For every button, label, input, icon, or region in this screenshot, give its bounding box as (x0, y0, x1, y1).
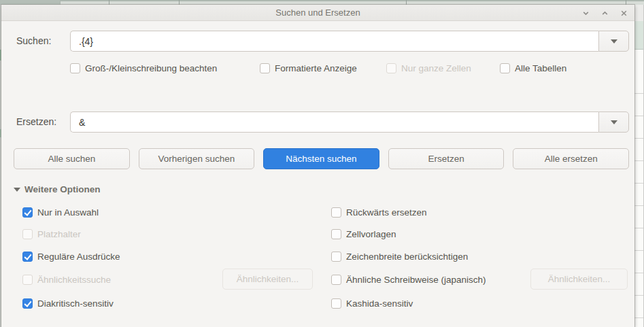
checkbox-box[interactable] (331, 298, 341, 309)
checkbox-similarity-search: Ähnlichkeitssuche (22, 274, 111, 285)
search-input[interactable] (70, 31, 598, 52)
checkbox-box[interactable] (331, 252, 341, 262)
background-row-grid (634, 71, 643, 327)
checkbox-case-sensitive[interactable]: Groß-/Kleinschreibung beachten (70, 63, 217, 73)
expander-label: Weitere Optionen (24, 184, 101, 194)
expander-triangle-icon (14, 188, 20, 192)
checkbox-box[interactable] (22, 298, 33, 309)
dialog-title: Suchen und Ersetzen (1, 7, 634, 18)
checkbox-label: Platzhalter (37, 229, 81, 239)
checkbox-box[interactable] (500, 63, 510, 73)
checkbox-box[interactable] (260, 63, 270, 73)
checkbox-box (22, 229, 33, 239)
window-controls (581, 5, 628, 21)
checkbox-label: Diakritisch-sensitiv (37, 298, 114, 309)
checkbox-box[interactable] (22, 252, 33, 262)
background-column-divider (626, 0, 626, 5)
checkbox-cell-styles[interactable]: Zellvorlagen (331, 228, 396, 239)
search-label: Suchen: (16, 35, 51, 46)
checkbox-current-selection-only[interactable]: Nur in Auswahl (22, 207, 99, 218)
background-column-divider (109, 0, 109, 5)
search-combobox (70, 31, 629, 52)
replace-label: Ersetzen: (16, 116, 56, 127)
checkbox-replace-backwards[interactable]: Rückwärts ersetzen (331, 207, 427, 218)
checkbox-label: Groß-/Kleinschreibung beachten (85, 63, 217, 73)
checkbox-label: Formatierte Anzeige (275, 63, 357, 73)
find-all-button[interactable]: Alle suchen (14, 148, 130, 169)
find-next-button[interactable]: Nächsten suchen (263, 148, 379, 169)
replace-input[interactable] (70, 111, 598, 133)
action-button-row: Alle suchen Vorherigen suchen Nächsten s… (14, 148, 629, 169)
checkbox-box (22, 275, 33, 285)
replace-dropdown-button[interactable] (598, 111, 629, 133)
checkbox-entire-cells: Nur ganze Zellen (386, 63, 471, 73)
checkbox-label: Ähnlichkeitssuche (37, 275, 111, 285)
background-cell (634, 5, 643, 21)
replace-combobox (70, 111, 629, 133)
checkbox-box[interactable] (331, 275, 341, 285)
similarities-button-left: Ähnlichkeiten... (222, 269, 313, 290)
minimize-icon[interactable] (581, 9, 590, 17)
background-selected-cell (634, 21, 643, 50)
checkbox-label: Alle Tabellen (515, 63, 566, 73)
find-previous-button[interactable]: Vorherigen suchen (139, 148, 255, 169)
background-corner-cell (0, 0, 60, 5)
checkbox-wildcards: Platzhalter (22, 228, 81, 239)
more-options-expander[interactable]: Weitere Optionen (14, 184, 101, 194)
checkbox-all-sheets[interactable]: Alle Tabellen (500, 63, 566, 73)
dialog-titlebar[interactable]: Suchen und Ersetzen (1, 5, 634, 21)
background-spreadsheet-rows (634, 5, 644, 327)
checkbox-box[interactable] (331, 229, 341, 239)
search-replace-dialog: Suchen und Ersetzen Suchen: Groß-/Kleins… (1, 5, 634, 327)
checkbox-label: Nur in Auswahl (37, 207, 99, 218)
checkbox-diacritic-sensitive[interactable]: Diakritisch-sensitiv (22, 298, 114, 309)
close-icon[interactable] (620, 9, 628, 17)
checkbox-label: Rückwärts ersetzen (346, 207, 427, 218)
checkbox-kashida-sensitive[interactable]: Kashida-sensitiv (331, 298, 413, 309)
similarities-button-right: Ähnlichkeiten... (530, 269, 628, 290)
background-column-divider (179, 0, 180, 5)
checkbox-label: Zeichenbreite berücksichtigen (346, 252, 468, 262)
checkbox-box (386, 63, 396, 73)
checkbox-box[interactable] (331, 207, 341, 218)
checkbox-sounds-like-japanese[interactable]: Ähnliche Schreibweise (japanisch) (331, 274, 486, 285)
checkbox-regular-expressions[interactable]: Reguläre Ausdrücke (22, 251, 120, 262)
background-spreadsheet-column-headers (0, 0, 644, 5)
checkbox-label: Zellvorlagen (346, 229, 396, 239)
chevron-down-icon (611, 120, 617, 124)
checkbox-label: Nur ganze Zellen (401, 63, 471, 73)
checkbox-label: Kashida-sensitiv (346, 298, 413, 309)
maximize-icon[interactable] (600, 9, 609, 17)
checkbox-box[interactable] (70, 63, 80, 73)
background-column-divider (406, 0, 407, 5)
checkbox-label: Ähnliche Schreibweise (japanisch) (346, 275, 486, 285)
checkbox-match-character-width[interactable]: Zeichenbreite berücksichtigen (331, 251, 468, 262)
checkbox-label: Reguläre Ausdrücke (37, 252, 120, 262)
checkbox-box[interactable] (22, 207, 33, 218)
search-dropdown-button[interactable] (598, 31, 629, 52)
replace-all-button[interactable]: Alle ersetzen (513, 148, 629, 169)
checkbox-formatted-display[interactable]: Formatierte Anzeige (260, 63, 357, 73)
chevron-down-icon (611, 39, 617, 44)
replace-button[interactable]: Ersetzen (388, 148, 505, 169)
